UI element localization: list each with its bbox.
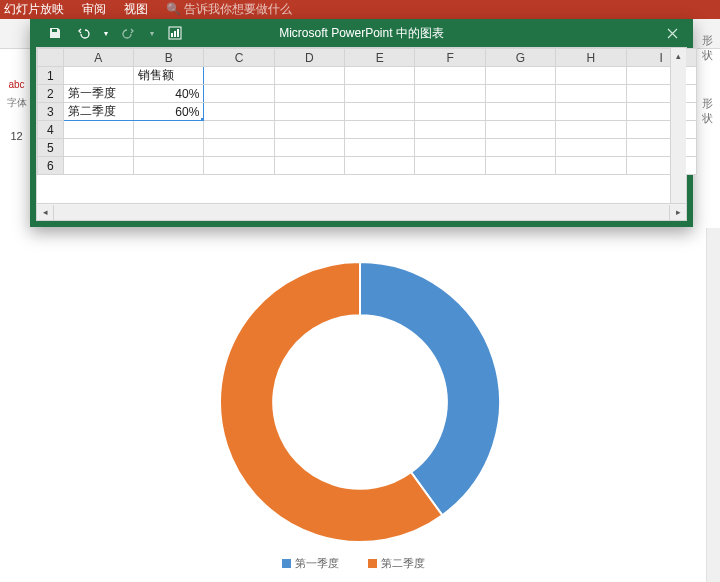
col-header[interactable]: H: [556, 49, 626, 67]
vertical-scrollbar[interactable]: ▴: [670, 48, 686, 203]
cell[interactable]: [274, 121, 344, 139]
cell[interactable]: [415, 139, 485, 157]
cell[interactable]: [415, 85, 485, 103]
chart-legend: 第一季度 第二季度: [282, 556, 438, 571]
donut-chart[interactable]: [210, 252, 510, 552]
cell[interactable]: [204, 139, 274, 157]
cell[interactable]: [415, 103, 485, 121]
ribbon-tab-view[interactable]: 视图: [124, 1, 148, 18]
legend-swatch-icon: [282, 559, 291, 568]
cell[interactable]: [63, 157, 133, 175]
cell[interactable]: [274, 139, 344, 157]
row-header[interactable]: 6: [38, 157, 64, 175]
horizontal-scrollbar[interactable]: ◂ ▸: [37, 203, 686, 220]
row-header[interactable]: 4: [38, 121, 64, 139]
cell[interactable]: 第一季度: [63, 85, 133, 103]
col-header[interactable]: F: [415, 49, 485, 67]
row-header[interactable]: 3: [38, 103, 64, 121]
shape-hint-1: 形状: [702, 33, 720, 63]
scroll-left-icon[interactable]: ◂: [37, 205, 53, 220]
cell[interactable]: [274, 67, 344, 85]
cell[interactable]: [274, 157, 344, 175]
cell[interactable]: [204, 67, 274, 85]
chart-data-window: ▾ ▾ Microsoft PowerPoint 中的图表: [30, 19, 693, 227]
slide-number: 12: [0, 130, 33, 142]
close-button[interactable]: [651, 19, 693, 47]
legend-item: 第二季度: [368, 556, 438, 571]
cell[interactable]: [204, 121, 274, 139]
font-group-label: 字体: [0, 96, 33, 110]
cell[interactable]: [556, 121, 626, 139]
cell[interactable]: [345, 103, 415, 121]
col-header[interactable]: D: [274, 49, 344, 67]
col-header[interactable]: G: [485, 49, 555, 67]
ppt-ribbon: 幻灯片放映 审阅 视图 🔍 告诉我你想要做什么: [0, 0, 720, 19]
chart-area[interactable]: 第一季度 第二季度: [0, 228, 720, 582]
cell[interactable]: [204, 85, 274, 103]
cell[interactable]: [485, 157, 555, 175]
col-header[interactable]: E: [345, 49, 415, 67]
cell[interactable]: [345, 67, 415, 85]
ribbon-tab-slideshow[interactable]: 幻灯片放映: [4, 1, 64, 18]
data-window-titlebar[interactable]: ▾ ▾ Microsoft PowerPoint 中的图表: [30, 19, 693, 47]
cell[interactable]: [556, 157, 626, 175]
cell[interactable]: [556, 85, 626, 103]
ribbon-tell-me[interactable]: 告诉我你想要做什么: [184, 2, 292, 16]
row-header[interactable]: 1: [38, 67, 64, 85]
data-window-title: Microsoft PowerPoint 中的图表: [30, 25, 693, 42]
row-header[interactable]: 5: [38, 139, 64, 157]
close-icon: [667, 28, 678, 39]
legend-label: 第一季度: [295, 556, 339, 571]
cell[interactable]: [345, 139, 415, 157]
cell[interactable]: [415, 157, 485, 175]
right-pane-fragment: 形状 形状: [702, 0, 720, 126]
col-header[interactable]: C: [204, 49, 274, 67]
cell[interactable]: [485, 121, 555, 139]
range-handle-icon[interactable]: [201, 118, 204, 121]
cell[interactable]: [204, 157, 274, 175]
cell[interactable]: [556, 103, 626, 121]
legend-swatch-icon: [429, 559, 438, 568]
cell[interactable]: [274, 85, 344, 103]
vertical-ruler: [706, 228, 720, 582]
cell[interactable]: [133, 157, 203, 175]
data-sheet[interactable]: A B C D E F G H I 1 销售额: [37, 48, 686, 203]
cell[interactable]: [63, 121, 133, 139]
cell[interactable]: [204, 103, 274, 121]
cell[interactable]: [133, 139, 203, 157]
ribbon-tab-review[interactable]: 审阅: [82, 1, 106, 18]
abc-label: abc: [0, 79, 33, 90]
cell[interactable]: [556, 67, 626, 85]
cell[interactable]: 第二季度: [63, 103, 133, 121]
cell[interactable]: [415, 67, 485, 85]
cell[interactable]: [415, 121, 485, 139]
scrollbar-track[interactable]: [53, 205, 670, 220]
cell[interactable]: 40%: [133, 85, 203, 103]
cell[interactable]: 销售额: [133, 67, 203, 85]
row-header[interactable]: 2: [38, 85, 64, 103]
font-panel-fragment: abc 字体 12: [0, 49, 34, 169]
cell[interactable]: [63, 67, 133, 85]
cell[interactable]: [345, 121, 415, 139]
shape-hint-2: 形状: [702, 96, 720, 126]
cell[interactable]: [345, 157, 415, 175]
cell[interactable]: [485, 139, 555, 157]
cell[interactable]: [133, 121, 203, 139]
cell[interactable]: [556, 139, 626, 157]
legend-label: 第二季度: [381, 556, 425, 571]
donut-slice[interactable]: [360, 262, 500, 515]
cell[interactable]: [63, 139, 133, 157]
legend-swatch-icon: [343, 559, 352, 568]
cell[interactable]: [485, 85, 555, 103]
cell[interactable]: 60%: [133, 103, 203, 121]
select-all-cell[interactable]: [38, 49, 64, 67]
cell[interactable]: [485, 67, 555, 85]
cell[interactable]: [345, 85, 415, 103]
scroll-up-icon[interactable]: ▴: [671, 48, 686, 63]
legend-item: 第一季度: [282, 556, 352, 571]
cell[interactable]: [485, 103, 555, 121]
scroll-right-icon[interactable]: ▸: [670, 205, 686, 220]
cell[interactable]: [274, 103, 344, 121]
col-header[interactable]: A: [63, 49, 133, 67]
col-header[interactable]: B: [133, 49, 203, 67]
